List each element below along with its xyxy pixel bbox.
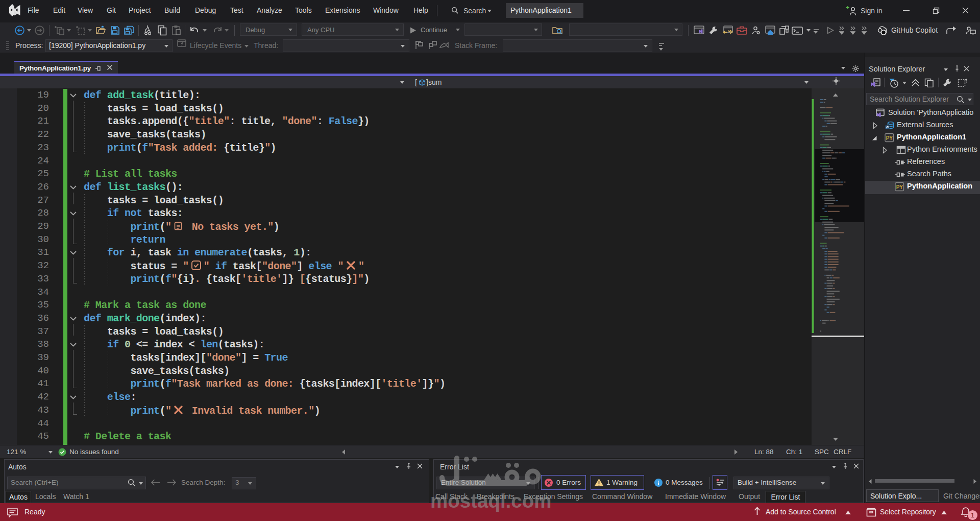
svg-text:PY: PY [896,184,903,190]
svg-text:mostaql.com: mostaql.com [430,490,551,512]
svg-text:PY: PY [886,135,893,141]
